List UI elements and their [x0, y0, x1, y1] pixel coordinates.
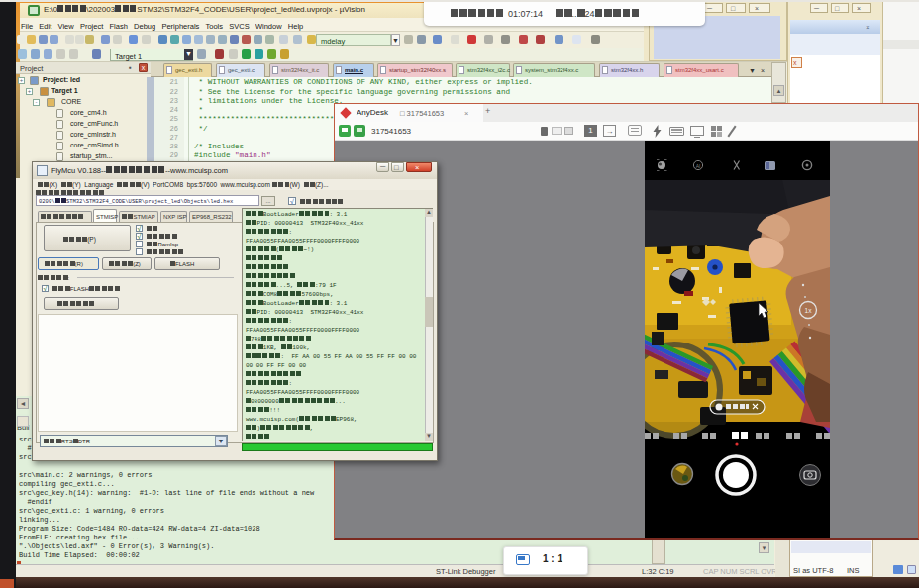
svg-text:AI: AI — [696, 163, 701, 169]
svg-text:1x: 1x — [805, 307, 813, 314]
